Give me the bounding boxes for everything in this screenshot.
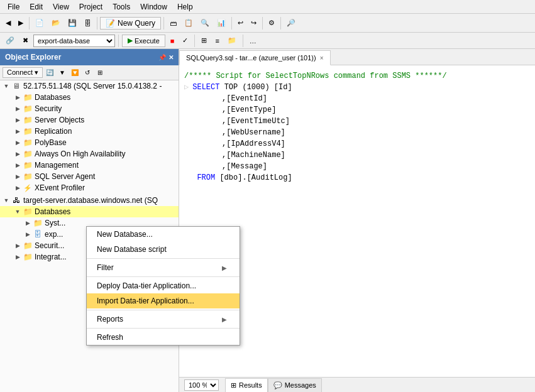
management-node[interactable]: ▶ 📁 Management [0, 160, 179, 171]
connect-toolbar-btn[interactable]: 🔗 [3, 33, 18, 48]
select-indicator: ▷ [184, 82, 189, 93]
ctx-refresh[interactable]: Refresh [87, 330, 240, 345]
ctx-refresh-label: Refresh [97, 333, 123, 342]
menu-view[interactable]: View [48, 1, 74, 13]
sql-agent-node[interactable]: ▶ 📁 SQL Server Agent [0, 171, 179, 182]
target-server-node[interactable]: ▼ 🖧 target-server.database.windows.net (… [0, 195, 179, 206]
pin-icon[interactable]: 📌 [158, 54, 166, 61]
always-on-folder-icon: 📁 [23, 149, 33, 159]
bottom-tabs: ⊞ Results 💬 Messages [225, 378, 322, 392]
code-line-9: FROM [dbo].[AuditLog] [184, 172, 530, 183]
new-file-btn[interactable]: 📄 [32, 16, 47, 31]
report-icon-btn[interactable]: 📊 [214, 16, 229, 31]
grid-btn[interactable]: ⊞ [198, 33, 210, 48]
new-query-button[interactable]: 📝 New Query [100, 17, 161, 30]
menu-file[interactable]: File [3, 1, 25, 13]
line3-text: ,[EventType] [222, 104, 276, 116]
ctx-reports[interactable]: Reports ▶ [87, 312, 240, 327]
ctx-new-database-label: New Database... [97, 230, 153, 239]
target-databases-node[interactable]: ▼ 📁 Databases [0, 206, 179, 217]
results-tab[interactable]: ⊞ Results [225, 378, 268, 392]
security-node[interactable]: ▶ 📁 Security [0, 103, 179, 114]
ctx-reports-arrow: ▶ [222, 316, 227, 323]
refresh-icon-btn[interactable]: ↺ [82, 67, 93, 79]
databases-node[interactable]: ▶ 📁 Databases [0, 92, 179, 103]
always-on-node[interactable]: ▶ 📁 Always On High Availability [0, 148, 179, 160]
database-dropdown[interactable]: export-data-base [33, 35, 115, 47]
results-label: Results [239, 381, 262, 389]
disconnect-btn[interactable]: ✖ [19, 33, 31, 48]
file-results-btn[interactable]: 📁 [224, 33, 240, 48]
databases-folder-icon: 📁 [23, 92, 33, 102]
zoom-select[interactable]: 100 % [184, 379, 219, 391]
search-btn[interactable]: 🔎 [284, 16, 299, 31]
expand-all-btn[interactable]: ⊞ [94, 67, 106, 79]
redo-btn[interactable]: ↪ [248, 16, 260, 31]
menu-project[interactable]: Project [74, 1, 108, 13]
new-query-label: New Query [118, 19, 155, 28]
system-expand-icon: ▶ [23, 218, 33, 228]
line6-text: ,[IpAddressV4] [222, 138, 285, 150]
replication-label: Replication [35, 127, 72, 136]
messages-tab[interactable]: 💬 Messages [268, 378, 322, 392]
line7-text: ,[MachineName] [222, 150, 285, 161]
exp-label: exp... [45, 230, 63, 239]
code-line-3: ,[EventType] [184, 104, 530, 116]
ctx-new-database[interactable]: New Database... [87, 227, 240, 242]
text-btn[interactable]: ≡ [212, 33, 222, 48]
sep1 [29, 17, 30, 30]
connect-btn[interactable]: Connect ▾ [3, 67, 43, 78]
polybase-node[interactable]: ▶ 📁 PolyBase [0, 137, 179, 148]
new-query-icon: 📝 [106, 19, 115, 28]
forward-btn[interactable]: ▶ [15, 16, 26, 31]
tab-close-icon[interactable]: × [320, 55, 324, 62]
ctx-deploy[interactable]: Deploy Data-tier Application... [87, 278, 240, 293]
filter-icon-btn[interactable]: 🔽 [69, 67, 80, 79]
xevent-label: XEvent Profiler [35, 183, 85, 192]
server-objects-label: Server Objects [35, 116, 84, 124]
menu-tools[interactable]: Tools [108, 1, 135, 13]
execute-button[interactable]: ▶ Execute [122, 35, 165, 47]
ctx-import[interactable]: Import Data-tier Application... [87, 293, 240, 308]
replication-node[interactable]: ▶ 📁 Replication [0, 126, 179, 137]
save-all-btn[interactable]: 🗄 [81, 16, 94, 31]
refresh-oe-btn[interactable]: 🔄 [44, 67, 55, 79]
databases-expand-icon: ▶ [13, 92, 23, 102]
query-tab[interactable]: SQLQuery3.sql - tar...e (azure_user (101… [179, 50, 331, 65]
parse-btn[interactable]: ✓ [179, 33, 191, 48]
connect-label: Connect ▾ [7, 68, 38, 77]
main-area: Object Explorer 📌 ✕ Connect ▾ 🔄 ▼ 🔽 ↺ ⊞ … [0, 49, 535, 392]
oe-header-left: Object Explorer [5, 53, 61, 62]
ctx-filter[interactable]: Filter ▶ [87, 260, 240, 275]
exp-expand-icon: ▶ [23, 229, 33, 239]
context-menu: New Database... New Database script Filt… [86, 226, 240, 346]
ctx-new-database-script[interactable]: New Database script [87, 242, 240, 257]
execute-play-icon: ▶ [128, 36, 133, 45]
xevent-node[interactable]: ▶ ⚡ XEvent Profiler [0, 182, 179, 193]
select-top: TOP (1000) [Id] [219, 82, 292, 93]
server-objects-node[interactable]: ▶ 📁 Server Objects [0, 114, 179, 126]
management-folder-icon: 📁 [23, 160, 33, 170]
menu-edit[interactable]: Edit [25, 1, 48, 13]
always-on-expand-icon: ▶ [13, 149, 23, 159]
options-btn[interactable]: ⚙ [265, 16, 278, 31]
oe-close-icon[interactable]: ✕ [168, 54, 174, 61]
stop-btn[interactable]: ■ [167, 33, 178, 48]
back-btn[interactable]: ◀ [3, 16, 14, 31]
table-icon-btn[interactable]: 📋 [181, 16, 196, 31]
comment-text: /***** Script for SelectTopNRows command… [184, 70, 447, 82]
from-indicator [184, 172, 193, 183]
save-btn[interactable]: 💾 [65, 16, 80, 31]
filter-oe-btn[interactable]: ▼ [57, 67, 68, 79]
menu-help[interactable]: Help [172, 1, 198, 13]
xevent-icon: ⚡ [23, 183, 33, 193]
menu-window[interactable]: Window [135, 1, 172, 13]
query-icon-btn[interactable]: 🔍 [197, 16, 212, 31]
server-node[interactable]: ▼ 🖥 52.175.51.148 (SQL Server 15.0.4138.… [0, 80, 179, 92]
sql-agent-expand-icon: ▶ [13, 172, 23, 182]
db-icon-btn[interactable]: 🗃 [167, 16, 180, 31]
undo-btn[interactable]: ↩ [234, 16, 246, 31]
open-btn[interactable]: 📂 [48, 16, 63, 31]
target-server-icon: 🖧 [11, 195, 21, 205]
more-toolbar-btn[interactable]: … [246, 33, 260, 48]
